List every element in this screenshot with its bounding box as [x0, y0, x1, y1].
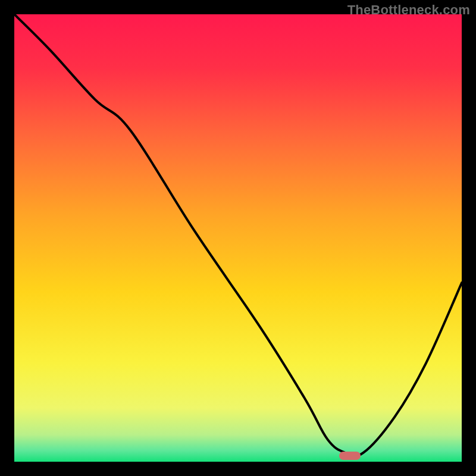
optimal-point-marker	[339, 452, 361, 460]
bottleneck-curve	[14, 14, 462, 462]
plot-area	[14, 14, 462, 462]
watermark-text: TheBottleneck.com	[347, 2, 470, 18]
chart-frame: TheBottleneck.com	[0, 0, 476, 476]
